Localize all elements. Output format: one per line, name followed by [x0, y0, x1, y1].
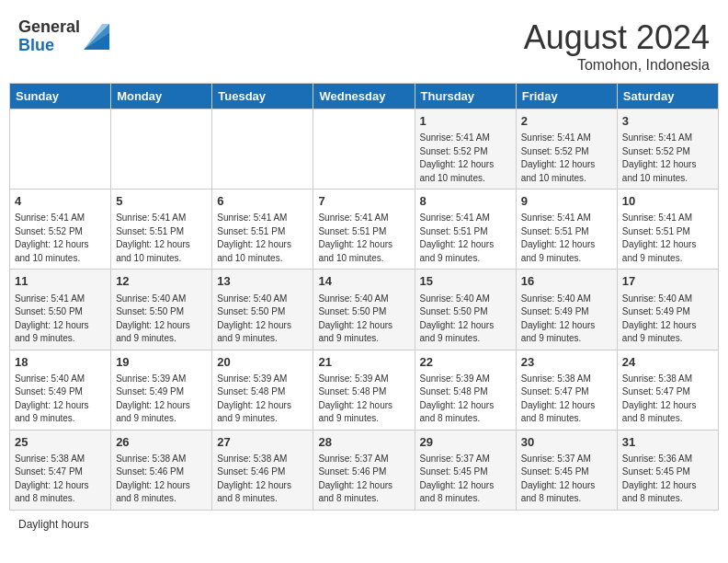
calendar-cell: 4Sunrise: 5:41 AM Sunset: 5:52 PM Daylig…	[10, 190, 111, 270]
logo: General Blue	[18, 18, 109, 55]
day-number: 13	[217, 273, 308, 290]
calendar-cell: 29Sunrise: 5:37 AM Sunset: 5:45 PM Dayli…	[415, 430, 516, 510]
day-number: 21	[318, 354, 409, 371]
day-number: 16	[521, 273, 612, 290]
calendar-cell: 7Sunrise: 5:41 AM Sunset: 5:51 PM Daylig…	[313, 190, 415, 270]
day-info: Sunrise: 5:38 AM Sunset: 5:47 PM Dayligh…	[622, 373, 713, 426]
month-year-title: August 2024	[524, 18, 710, 57]
col-header-monday: Monday	[111, 84, 212, 109]
calendar-cell: 13Sunrise: 5:40 AM Sunset: 5:50 PM Dayli…	[212, 270, 313, 350]
day-info: Sunrise: 5:41 AM Sunset: 5:51 PM Dayligh…	[420, 212, 511, 265]
col-header-saturday: Saturday	[617, 84, 718, 109]
day-number: 15	[420, 273, 511, 290]
logo-blue: Blue	[18, 37, 80, 55]
page-container: General Blue August 2024 Tomohon, Indone…	[9, 9, 719, 531]
calendar-cell: 2Sunrise: 5:41 AM Sunset: 5:52 PM Daylig…	[516, 109, 617, 190]
day-number: 26	[116, 434, 207, 451]
day-number: 17	[622, 273, 713, 290]
day-info: Sunrise: 5:40 AM Sunset: 5:49 PM Dayligh…	[15, 373, 106, 426]
day-info: Sunrise: 5:41 AM Sunset: 5:52 PM Dayligh…	[15, 212, 106, 265]
day-info: Sunrise: 5:37 AM Sunset: 5:45 PM Dayligh…	[420, 453, 511, 506]
header: General Blue August 2024 Tomohon, Indone…	[9, 9, 719, 78]
calendar-cell: 21Sunrise: 5:39 AM Sunset: 5:48 PM Dayli…	[313, 350, 415, 430]
calendar-cell: 17Sunrise: 5:40 AM Sunset: 5:49 PM Dayli…	[617, 270, 718, 350]
daylight-hours-label: Daylight hours	[18, 518, 89, 531]
calendar-week-row-2: 4Sunrise: 5:41 AM Sunset: 5:52 PM Daylig…	[10, 190, 719, 270]
calendar-cell	[10, 109, 111, 190]
calendar-cell: 3Sunrise: 5:41 AM Sunset: 5:52 PM Daylig…	[617, 109, 718, 190]
col-header-sunday: Sunday	[10, 84, 111, 109]
day-number: 27	[217, 434, 308, 451]
day-info: Sunrise: 5:41 AM Sunset: 5:52 PM Dayligh…	[420, 132, 511, 185]
day-info: Sunrise: 5:41 AM Sunset: 5:51 PM Dayligh…	[217, 212, 308, 265]
calendar-cell	[313, 109, 415, 190]
calendar-cell: 6Sunrise: 5:41 AM Sunset: 5:51 PM Daylig…	[212, 190, 313, 270]
day-info: Sunrise: 5:38 AM Sunset: 5:46 PM Dayligh…	[217, 453, 308, 506]
day-number: 29	[420, 434, 511, 451]
day-info: Sunrise: 5:41 AM Sunset: 5:51 PM Dayligh…	[622, 212, 713, 265]
day-info: Sunrise: 5:36 AM Sunset: 5:45 PM Dayligh…	[622, 453, 713, 506]
day-info: Sunrise: 5:40 AM Sunset: 5:50 PM Dayligh…	[116, 293, 207, 346]
calendar-week-row-1: 1Sunrise: 5:41 AM Sunset: 5:52 PM Daylig…	[10, 109, 719, 190]
day-number: 25	[15, 434, 106, 451]
day-number: 4	[15, 193, 106, 210]
day-info: Sunrise: 5:41 AM Sunset: 5:50 PM Dayligh…	[15, 293, 106, 346]
day-info: Sunrise: 5:41 AM Sunset: 5:52 PM Dayligh…	[521, 132, 612, 185]
day-info: Sunrise: 5:39 AM Sunset: 5:49 PM Dayligh…	[116, 373, 207, 426]
day-info: Sunrise: 5:37 AM Sunset: 5:45 PM Dayligh…	[521, 453, 612, 506]
day-info: Sunrise: 5:37 AM Sunset: 5:46 PM Dayligh…	[318, 453, 409, 506]
day-info: Sunrise: 5:40 AM Sunset: 5:49 PM Dayligh…	[622, 293, 713, 346]
day-number: 31	[622, 434, 713, 451]
location-subtitle: Tomohon, Indonesia	[524, 57, 710, 74]
day-number: 24	[622, 354, 713, 371]
calendar-week-row-4: 18Sunrise: 5:40 AM Sunset: 5:49 PM Dayli…	[10, 350, 719, 430]
col-header-tuesday: Tuesday	[212, 84, 313, 109]
day-info: Sunrise: 5:40 AM Sunset: 5:50 PM Dayligh…	[217, 293, 308, 346]
calendar-cell: 31Sunrise: 5:36 AM Sunset: 5:45 PM Dayli…	[617, 430, 718, 510]
calendar-cell: 20Sunrise: 5:39 AM Sunset: 5:48 PM Dayli…	[212, 350, 313, 430]
day-info: Sunrise: 5:41 AM Sunset: 5:51 PM Dayligh…	[116, 212, 207, 265]
day-number: 12	[116, 273, 207, 290]
calendar-cell: 10Sunrise: 5:41 AM Sunset: 5:51 PM Dayli…	[617, 190, 718, 270]
calendar-cell	[212, 109, 313, 190]
day-number: 11	[15, 273, 106, 290]
day-number: 18	[15, 354, 106, 371]
day-info: Sunrise: 5:39 AM Sunset: 5:48 PM Dayligh…	[318, 373, 409, 426]
calendar-cell	[111, 109, 212, 190]
day-info: Sunrise: 5:40 AM Sunset: 5:49 PM Dayligh…	[521, 293, 612, 346]
calendar-cell: 14Sunrise: 5:40 AM Sunset: 5:50 PM Dayli…	[313, 270, 415, 350]
day-info: Sunrise: 5:39 AM Sunset: 5:48 PM Dayligh…	[217, 373, 308, 426]
calendar-cell: 26Sunrise: 5:38 AM Sunset: 5:46 PM Dayli…	[111, 430, 212, 510]
day-number: 19	[116, 354, 207, 371]
legend: Daylight hours	[9, 518, 719, 531]
calendar-cell: 28Sunrise: 5:37 AM Sunset: 5:46 PM Dayli…	[313, 430, 415, 510]
day-info: Sunrise: 5:41 AM Sunset: 5:51 PM Dayligh…	[318, 212, 409, 265]
day-info: Sunrise: 5:41 AM Sunset: 5:52 PM Dayligh…	[622, 132, 713, 185]
day-info: Sunrise: 5:39 AM Sunset: 5:48 PM Dayligh…	[420, 373, 511, 426]
calendar-cell: 24Sunrise: 5:38 AM Sunset: 5:47 PM Dayli…	[617, 350, 718, 430]
day-info: Sunrise: 5:38 AM Sunset: 5:46 PM Dayligh…	[116, 453, 207, 506]
day-info: Sunrise: 5:40 AM Sunset: 5:50 PM Dayligh…	[420, 293, 511, 346]
calendar-cell: 30Sunrise: 5:37 AM Sunset: 5:45 PM Dayli…	[516, 430, 617, 510]
day-info: Sunrise: 5:38 AM Sunset: 5:47 PM Dayligh…	[521, 373, 612, 426]
calendar-cell: 11Sunrise: 5:41 AM Sunset: 5:50 PM Dayli…	[10, 270, 111, 350]
calendar-cell: 25Sunrise: 5:38 AM Sunset: 5:47 PM Dayli…	[10, 430, 111, 510]
calendar-cell: 9Sunrise: 5:41 AM Sunset: 5:51 PM Daylig…	[516, 190, 617, 270]
logo-general: General	[18, 18, 80, 37]
calendar-week-row-3: 11Sunrise: 5:41 AM Sunset: 5:50 PM Dayli…	[10, 270, 719, 350]
calendar-cell: 16Sunrise: 5:40 AM Sunset: 5:49 PM Dayli…	[516, 270, 617, 350]
day-number: 20	[217, 354, 308, 371]
calendar-table: SundayMondayTuesdayWednesdayThursdayFrid…	[9, 83, 719, 511]
calendar-cell: 12Sunrise: 5:40 AM Sunset: 5:50 PM Dayli…	[111, 270, 212, 350]
day-number: 23	[521, 354, 612, 371]
day-number: 2	[521, 113, 612, 130]
calendar-cell: 27Sunrise: 5:38 AM Sunset: 5:46 PM Dayli…	[212, 430, 313, 510]
logo-text: General Blue	[18, 18, 80, 55]
day-info: Sunrise: 5:40 AM Sunset: 5:50 PM Dayligh…	[318, 293, 409, 346]
col-header-thursday: Thursday	[415, 84, 516, 109]
calendar-week-row-5: 25Sunrise: 5:38 AM Sunset: 5:47 PM Dayli…	[10, 430, 719, 510]
calendar-cell: 15Sunrise: 5:40 AM Sunset: 5:50 PM Dayli…	[415, 270, 516, 350]
day-number: 1	[420, 113, 511, 130]
day-number: 30	[521, 434, 612, 451]
day-number: 28	[318, 434, 409, 451]
